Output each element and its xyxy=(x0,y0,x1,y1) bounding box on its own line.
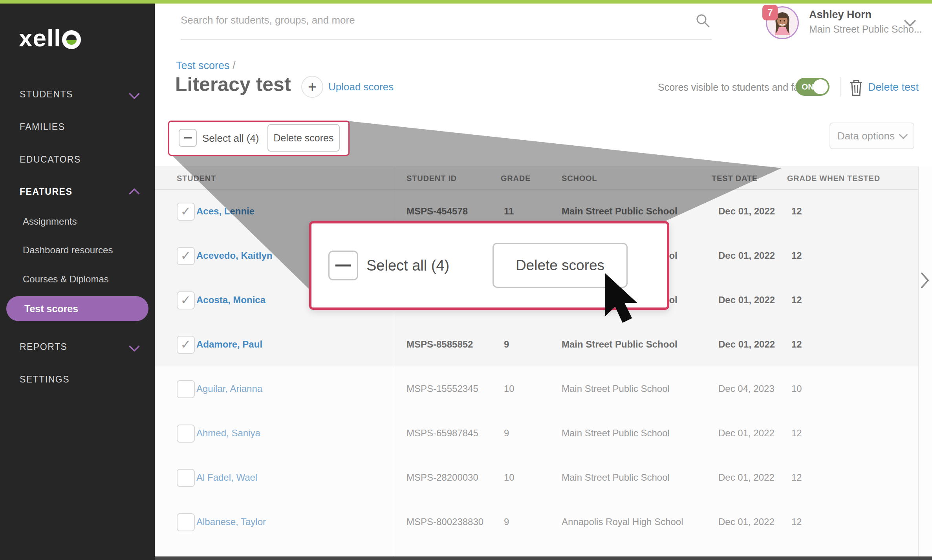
sidebar-item-reports[interactable]: REPORTS xyxy=(20,342,67,352)
breadcrumb-separator: / xyxy=(233,60,236,71)
cell-id: MSPS-15552345 xyxy=(406,383,478,394)
brand-top-bar xyxy=(0,0,932,4)
notification-badge[interactable]: 7 xyxy=(762,5,778,20)
delete-test-link[interactable]: Delete test xyxy=(868,81,919,93)
cell-test-date: Dec 01, 2022 xyxy=(718,339,775,350)
cell-grade-when-tested: 12 xyxy=(791,250,802,261)
sidebar-item-educators[interactable]: EDUCATORS xyxy=(20,154,81,165)
table-row: Ahmed, SaniyaMSPS-659878459Main Street P… xyxy=(155,411,932,456)
cell-school: Main Street Public School xyxy=(562,206,677,217)
horizontal-scrollbar[interactable] xyxy=(155,556,932,560)
row-checkbox[interactable]: ✓ xyxy=(177,203,195,221)
trash-icon[interactable] xyxy=(849,79,863,97)
logo-text: xell xyxy=(19,24,61,52)
mouse-cursor xyxy=(600,273,643,324)
toggle-knob[interactable] xyxy=(813,79,828,94)
cell-student[interactable]: Aces, Lennie xyxy=(196,206,255,217)
row-checkbox[interactable] xyxy=(177,380,195,398)
search-underline xyxy=(181,39,712,40)
sidebar-item-students[interactable]: STUDENTS xyxy=(20,89,73,100)
cell-school: Main Street Public School xyxy=(562,383,670,394)
cell-grade-when-tested: 12 xyxy=(791,295,802,306)
data-options-button[interactable]: Data options xyxy=(829,123,914,149)
sidebar-item-assignments[interactable]: Assignments xyxy=(23,216,77,227)
row-checkbox[interactable]: ✓ xyxy=(177,247,195,265)
cell-id: MSPS-454578 xyxy=(406,206,468,217)
chevron-down-icon xyxy=(899,130,908,139)
header-divider xyxy=(840,77,840,97)
add-icon[interactable]: + xyxy=(301,76,323,98)
table-row: Aguilar, AriannaMSPS-1555234510Main Stre… xyxy=(155,366,932,411)
table-row: Albanese, TaylorMSPS-8002388309Annapolis… xyxy=(155,500,932,544)
data-options-label: Data options xyxy=(837,130,895,142)
row-checkbox[interactable]: ✓ xyxy=(177,336,195,354)
cell-grade-when-tested: 12 xyxy=(791,339,802,350)
sidebar-item-dashboard-resources[interactable]: Dashboard resources xyxy=(23,245,113,256)
cell-grade: 9 xyxy=(504,516,509,527)
cell-id: MSPS-800238830 xyxy=(406,516,483,527)
upload-scores-link[interactable]: Upload scores xyxy=(328,81,394,93)
row-checkbox[interactable] xyxy=(177,425,195,443)
cell-grade-when-tested: 12 xyxy=(791,516,802,527)
table-row: ✓Adamore, PaulMSPS-85858529Main Street P… xyxy=(155,322,932,367)
search-input[interactable]: Search for students, groups, and more xyxy=(181,14,355,26)
sidebar-item-families[interactable]: FAMILIES xyxy=(20,122,65,132)
table-row-partial xyxy=(155,544,932,556)
delete-scores-button[interactable]: Delete scores xyxy=(267,124,340,152)
column-header-grade-when-tested: GRADE WHEN TESTED xyxy=(787,174,880,183)
bulk-actions-toolbar: Select all (4) Delete scores xyxy=(168,121,350,156)
row-checkbox[interactable] xyxy=(177,513,195,531)
cell-school: Main Street Public School xyxy=(562,472,670,483)
cell-grade-when-tested: 12 xyxy=(791,206,802,217)
cell-student[interactable]: Acosta, Monica xyxy=(196,295,266,306)
cell-id: MSPS-8585852 xyxy=(406,339,473,350)
user-name: Ashley Horn xyxy=(809,9,872,21)
cell-student[interactable]: Acevedo, Kaitlyn xyxy=(196,250,272,261)
cell-grade-when-tested: 12 xyxy=(791,428,802,439)
cell-id: MSPS-65987845 xyxy=(406,428,478,439)
select-all-label-large: Select all (4) xyxy=(366,257,449,274)
toggle-state-label: ON xyxy=(802,82,814,92)
cell-grade: 11 xyxy=(504,206,514,217)
cell-grade-when-tested: 10 xyxy=(791,383,802,394)
table-header: STUDENTSTUDENT IDGRADESCHOOLTEST DATEGRA… xyxy=(155,167,932,190)
user-school: Main Street Public Scho... xyxy=(809,24,922,35)
chevron-down-icon[interactable] xyxy=(129,88,140,99)
page-title: Literacy test xyxy=(175,73,291,96)
sidebar-active-label: Test scores xyxy=(24,303,78,315)
visibility-toggle[interactable]: ON xyxy=(796,78,829,96)
chevron-right-icon[interactable] xyxy=(921,272,930,289)
column-header-student-id: STUDENT ID xyxy=(406,174,457,183)
cell-student[interactable]: Adamore, Paul xyxy=(196,339,262,350)
cell-grade: 10 xyxy=(504,472,515,483)
cell-student[interactable]: Albanese, Taylor xyxy=(196,516,266,527)
cell-grade: 9 xyxy=(504,339,509,350)
chevron-down-icon[interactable] xyxy=(129,341,140,352)
xello-logo: xell xyxy=(19,24,81,52)
breadcrumb[interactable]: Test scores / xyxy=(176,60,236,72)
sidebar-item-test-scores-active[interactable]: Test scores xyxy=(6,296,148,321)
row-checkbox[interactable]: ✓ xyxy=(177,291,195,309)
sidebar-item-settings[interactable]: SETTINGS xyxy=(20,374,70,385)
indeterminate-mark xyxy=(184,137,192,139)
breadcrumb-link[interactable]: Test scores xyxy=(176,60,230,71)
select-all-checkbox[interactable] xyxy=(179,129,197,147)
column-header-school: SCHOOL xyxy=(562,174,597,183)
cell-student[interactable]: Aguilar, Arianna xyxy=(196,383,262,394)
cell-student[interactable]: Al Fadel, Wael xyxy=(196,472,257,483)
cell-test-date: Dec 01, 2022 xyxy=(718,250,775,261)
cell-school: Main Street Public School xyxy=(562,428,670,439)
table-right-gutter xyxy=(919,167,932,557)
chevron-up-icon[interactable] xyxy=(129,188,140,199)
sidebar-item-features[interactable]: FEATURES xyxy=(20,187,72,197)
search-icon[interactable] xyxy=(695,13,711,29)
cell-grade: 9 xyxy=(504,428,509,439)
table-row: Al Fadel, WaelMSPS-2820003010Main Street… xyxy=(155,455,932,500)
row-checkbox[interactable] xyxy=(177,469,195,487)
cell-test-date: Dec 01, 2022 xyxy=(718,295,775,306)
select-all-checkbox-large[interactable] xyxy=(328,251,358,280)
cell-grade: 10 xyxy=(504,383,515,394)
cell-student[interactable]: Ahmed, Saniya xyxy=(196,428,260,439)
sidebar-item-courses-diplomas[interactable]: Courses & Diplomas xyxy=(23,274,109,285)
cell-test-date: Dec 01, 2022 xyxy=(718,428,775,439)
